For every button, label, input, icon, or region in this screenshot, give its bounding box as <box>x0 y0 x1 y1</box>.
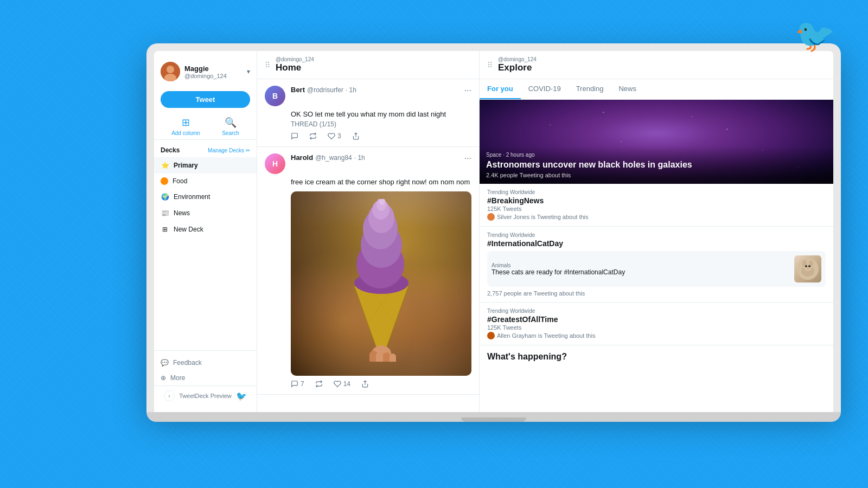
tweet-bert-header: B Bert @rodrisurfer · 1h ··· <box>265 86 471 106</box>
svg-point-1 <box>167 66 174 73</box>
trending-greatest-tweeter: Allen Grayham is Tweeting about this <box>487 332 826 339</box>
home-column-header: ⠿ @domingo_124 Home <box>257 51 479 79</box>
deck-icon-food <box>161 177 168 185</box>
more-label: More <box>170 374 185 382</box>
deck-icon-environment: 🌍 <box>161 192 169 201</box>
more-icon: ⊕ <box>161 374 166 382</box>
search-icon: 🔍 <box>225 117 237 129</box>
avatar <box>161 62 180 81</box>
tweet-bert-retweet-button[interactable] <box>309 132 317 140</box>
sidebar-actions: ⊞ Add column 🔍 Search <box>154 113 257 140</box>
back-arrow-button[interactable]: ‹ <box>164 390 175 401</box>
trending-item-greatest[interactable]: Trending Worldwide #GreatestOfAllTime 12… <box>480 303 833 345</box>
cat-card: Animals These cats are ready for #Intern… <box>487 251 826 287</box>
trending-greatest-label: Trending Worldwide <box>487 308 826 314</box>
tab-trending[interactable]: Trending <box>569 79 611 99</box>
tweet-bert-actions: 3 <box>291 132 471 140</box>
tweet-harold-meta: Harold @h_wang84 · 1h <box>291 153 459 162</box>
explore-drag-handle-icon[interactable]: ⠿ <box>487 61 493 69</box>
explore-column: ⠿ @domingo_124 Explore For you COVID-19 … <box>480 51 833 412</box>
manage-decks-label: Manage Decks <box>208 147 244 153</box>
tweet-harold-retweet-button[interactable] <box>315 380 323 388</box>
tweetdeck-preview-label: TweetDeck Preview <box>179 393 232 399</box>
deck-item-food[interactable]: Food <box>154 174 257 189</box>
cat-card-text: Animals These cats are ready for #Intern… <box>492 262 790 276</box>
laptop-body: Maggie @domingo_124 ▾ Tweet ⊞ Add column… <box>146 43 841 412</box>
home-column-title: Home <box>276 62 471 73</box>
trending-breaking-count: 125K Tweets <box>487 206 826 212</box>
deck-label-environment: Environment <box>174 193 210 201</box>
tweet-button[interactable]: Tweet <box>161 91 250 108</box>
trending-greatest-count: 125K Tweets <box>487 324 826 331</box>
footer-bird-icon: 🐦 <box>236 391 247 401</box>
deck-icon-news: 📰 <box>161 209 169 217</box>
trending-breaking-label: Trending Worldwide <box>487 189 826 195</box>
deck-item-primary[interactable]: ⭐ Primary <box>154 157 257 174</box>
trending-item-cat-day[interactable]: Trending Worldwide #InternationalCatDay … <box>480 227 833 303</box>
add-column-action[interactable]: ⊞ Add column <box>171 117 200 136</box>
trending-greatest-hashtag: #GreatestOfAllTime <box>487 315 826 324</box>
tab-news[interactable]: News <box>611 79 644 99</box>
explore-column-title: Explore <box>498 62 826 73</box>
home-column: ⠿ @domingo_124 Home B <box>257 51 480 412</box>
deck-item-environment[interactable]: 🌍 Environment <box>154 189 257 205</box>
tweet-bert-reply-button[interactable] <box>291 132 298 140</box>
manage-decks-button[interactable]: Manage Decks ✏ <box>208 147 250 153</box>
chevron-down-icon[interactable]: ▾ <box>247 68 250 75</box>
tweet-harold-text: free ice cream at the corner shop right … <box>291 177 471 187</box>
deck-icon-new: ⊞ <box>161 225 169 234</box>
trending-breaking-tweeter: Silver Jones is Tweeting about this <box>487 213 826 221</box>
trending-cat-people: 2,757 people are Tweeting about this <box>487 290 826 297</box>
feedback-item[interactable]: 💬 Feedback <box>154 355 257 370</box>
deck-item-news[interactable]: 📰 News <box>154 205 257 221</box>
more-item[interactable]: ⊕ More <box>154 370 257 386</box>
twitter-bird-logo: 🐦 <box>795 16 835 55</box>
tweet-bert-more-icon[interactable]: ··· <box>464 86 471 95</box>
search-action[interactable]: 🔍 Search <box>222 117 239 136</box>
tweet-harold-replies: 7 <box>301 380 304 388</box>
tweet-harold-handle: @h_wang84 <box>315 154 352 162</box>
tweet-harold-more-icon[interactable]: ··· <box>464 153 471 163</box>
tweet-harold-share-button[interactable] <box>361 380 369 388</box>
cat-card-desc: These cats are ready for #InternationalC… <box>492 268 790 276</box>
sidebar-user[interactable]: Maggie @domingo_124 ▾ <box>154 57 257 86</box>
tweet-bert: B Bert @rodrisurfer · 1h ··· <box>257 79 479 147</box>
search-label: Search <box>222 130 239 136</box>
tweet-harold-author-line: Harold @h_wang84 · 1h <box>291 153 459 162</box>
tweet-bert-text: OK SO let me tell you what my mom did la… <box>291 110 471 119</box>
tweet-harold-like-button[interactable]: 14 <box>334 380 350 388</box>
deck-item-new[interactable]: ⊞ New Deck <box>154 221 257 237</box>
user-name: Maggie <box>184 65 242 73</box>
tweet-harold-actions: 7 14 <box>291 380 471 388</box>
tab-for-you[interactable]: For you <box>480 79 521 99</box>
drag-handle-icon[interactable]: ⠿ <box>265 61 270 69</box>
tweet-bert-author-line: Bert @rodrisurfer · 1h <box>291 86 459 94</box>
svg-rect-19 <box>376 352 384 362</box>
deck-label-new: New Deck <box>174 226 203 233</box>
laptop-container: Maggie @domingo_124 ▾ Tweet ⊞ Add column… <box>146 43 841 466</box>
whats-happening: What's happening? <box>480 345 833 368</box>
explore-column-account: @domingo_124 <box>498 56 826 62</box>
deck-label-primary: Primary <box>174 162 198 169</box>
explore-content: Space · 2 hours ago Astronomers uncover … <box>480 100 833 409</box>
edit-icon: ✏ <box>246 147 250 153</box>
tab-covid19[interactable]: COVID-19 <box>521 79 569 99</box>
columns-area: ⠿ @domingo_124 Home B <box>257 51 833 412</box>
tweet-bert-share-button[interactable] <box>352 132 360 140</box>
tweet-bert-avatar: B <box>265 86 285 106</box>
trending-item-breaking-news[interactable]: Trending Worldwide #BreakingNews 125K Tw… <box>480 184 833 227</box>
tweet-harold-reply-button[interactable]: 7 <box>291 380 304 388</box>
deck-icon-primary: ⭐ <box>161 161 169 170</box>
tweet-bert-like-button[interactable]: 3 <box>328 132 341 140</box>
tweeter-avatar-dot-2 <box>487 332 495 339</box>
news-hero-subtitle: 2.4K people Tweeting about this <box>486 172 827 178</box>
explore-column-title-area: @domingo_124 Explore <box>498 56 826 73</box>
laptop-screen: Maggie @domingo_124 ▾ Tweet ⊞ Add column… <box>154 51 833 412</box>
deck-label-news: News <box>174 209 190 217</box>
news-hero-overlay: Space · 2 hours ago Astronomers uncover … <box>480 146 833 184</box>
news-hero[interactable]: Space · 2 hours ago Astronomers uncover … <box>480 100 833 184</box>
home-column-content: B Bert @rodrisurfer · 1h ··· <box>257 79 479 412</box>
tweet-bert-handle: @rodrisurfer <box>307 86 343 94</box>
svg-rect-20 <box>383 352 390 362</box>
svg-point-30 <box>807 268 809 269</box>
